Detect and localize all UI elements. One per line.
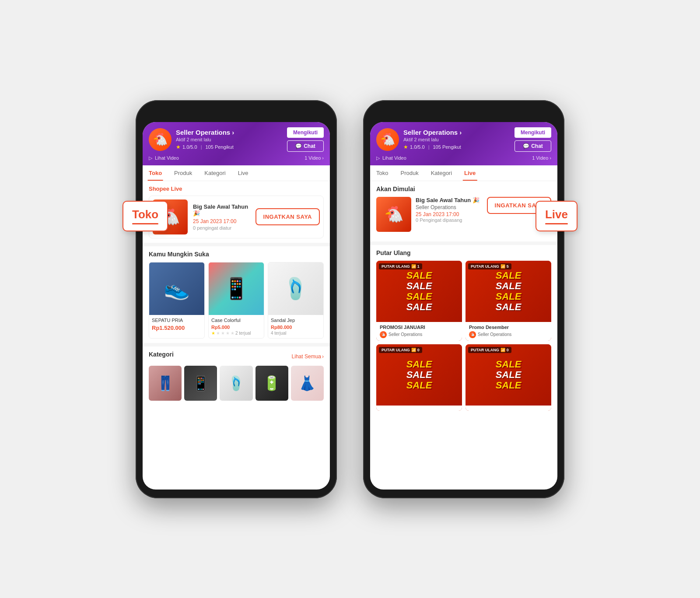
live-details-right: Big Sale Awal Tahun 🎉 Seller Operations …: [416, 197, 483, 223]
tabs-right: Toko Produk Kategori Live: [370, 165, 557, 181]
seller-rating-left: ★ 1.0/5.0 | 105 Pengikut: [176, 144, 283, 150]
tab-toko-right[interactable]: Toko: [370, 165, 394, 181]
phone-right-wrapper: 🐔 Seller Operations › Aktif 2 menit lalu…: [363, 100, 564, 498]
seller-info-row-right: 🐔 Seller Operations › Aktif 2 menit lalu…: [376, 127, 551, 152]
putar-card-3[interactable]: PUTAR ULANG 📶 0 SALE SALE SALE: [376, 344, 462, 411]
product-card-sandal[interactable]: 🩴 Sandal Jep Rp80.000 4 terjual: [268, 262, 324, 339]
star-3: ★: [221, 331, 225, 336]
seller-info-row-left: 🐔 Seller Operations › Aktif 2 menit lalu…: [149, 127, 324, 152]
star-2: ★: [216, 331, 220, 336]
tab-kategori-right[interactable]: Kategori: [425, 165, 458, 181]
shopee-live-section: Shopee Live 🐔 Big Sale Awal Tahun 🎉 25 J…: [143, 181, 330, 243]
putar-seller-avatar-2: 🐔: [469, 331, 476, 338]
seller-actions-right: Mengikuti 💬 Chat: [514, 127, 551, 152]
putar-card-footer-4: [466, 406, 551, 411]
product-sold-sandal: 4 terjual: [271, 331, 321, 336]
live-details-left: Big Sale Awal Tahun 🎉 25 Jan 2023 17:00 …: [193, 203, 250, 231]
tab-kategori-left[interactable]: Kategori: [198, 165, 231, 181]
tooltip-toko-underline: [132, 223, 158, 224]
tooltip-live-label: Live: [545, 208, 568, 221]
putar-badge-4: PUTAR ULANG 📶 0: [468, 347, 511, 353]
putar-card-footer-1: PROMOSI JANUARI 🐔 Seller Operations: [376, 322, 462, 341]
play-icon-right: ▷: [376, 155, 380, 161]
product-rating-case: ★ ★ ★ ★ ★ 2 terjual: [211, 331, 261, 336]
putar-card-image-4: SALE SALE SALE: [466, 344, 551, 406]
live-title-right: Big Sale Awal Tahun 🎉: [416, 197, 483, 203]
live-event-title-left: Big Sale Awal Tahun 🎉: [193, 203, 250, 217]
putar-seller-2: 🐔 Seller Operations: [469, 331, 548, 338]
star-5: ★: [231, 331, 234, 336]
btn-ingatkan-left[interactable]: INGATKAN SAYA: [256, 208, 320, 225]
video-row-left: ▷ Lihat Video 1 Video ›: [149, 155, 324, 161]
seller-name-right: Seller Operations ›: [403, 129, 510, 136]
tooltip-live: Live: [536, 201, 578, 231]
you-may-like-title: Kamu Mungkin Suka: [149, 251, 324, 258]
btn-chat-right[interactable]: 💬 Chat: [514, 140, 551, 152]
kategori-section: Kategori Lihat Semua › 👖 📱 🩴: [143, 346, 330, 405]
tab-live-right[interactable]: Live: [458, 165, 482, 181]
product-card-shoe[interactable]: 👟 SEPATU PRIA Rp1.520.000: [149, 262, 205, 339]
putar-badge-1: PUTAR ULANG 📶 1: [379, 263, 422, 269]
seller-avatar-left: 🐔: [149, 128, 172, 151]
product-name-sandal: Sandal Jep: [271, 318, 321, 323]
btn-follow-left[interactable]: Mengikuti: [287, 127, 324, 138]
cat-item-phone[interactable]: 📱: [184, 366, 217, 401]
btn-chat-left[interactable]: 💬 Chat: [287, 140, 324, 152]
tooltip-live-underline: [545, 223, 568, 224]
phone-notch-right: [438, 109, 490, 119]
cat-phone-img: 📱: [184, 366, 217, 401]
cat-item-battery[interactable]: 🔋: [256, 366, 288, 401]
video-row-right: ▷ Lihat Video 1 Video ›: [376, 155, 551, 161]
product-price-shoe: Rp1.520.000: [152, 325, 202, 331]
product-info-sandal: Sandal Jep Rp80.000 4 terjual: [268, 315, 323, 338]
putar-card-image-3: SALE SALE SALE: [376, 344, 462, 406]
product-image-case: 📱: [209, 262, 264, 315]
putar-seller-avatar-1: 🐔: [380, 331, 387, 338]
wifi-icon-3: 📶: [411, 348, 416, 352]
wifi-icon-2: 📶: [500, 264, 505, 269]
sold-case: 2 terjual: [235, 331, 251, 336]
product-info-case: Case Colorful Rp5.000 ★ ★ ★ ★ ★ 2 terjua…: [209, 315, 264, 338]
lihat-semua-btn[interactable]: Lihat Semua ›: [292, 353, 324, 360]
cat-item-sandal[interactable]: 🩴: [220, 366, 252, 401]
btn-follow-right[interactable]: Mengikuti: [514, 127, 551, 138]
product-name-shoe: SEPATU PRIA: [152, 318, 202, 323]
you-may-like-section: Kamu Mungkin Suka 👟 SEPATU PRIA Rp1.520.…: [143, 246, 330, 343]
live-event-date-left: 25 Jan 2023 17:00: [193, 218, 250, 224]
akan-dimulai-section: Akan Dimulai 🐔 Big Sale Awal Tahun 🎉 Sel…: [370, 181, 557, 241]
putar-grid: PUTAR ULANG 📶 1 SALE SALE SALE SALE: [376, 261, 551, 411]
sold-sandal: 4 terjual: [271, 331, 287, 336]
live-event-card-left: 🐔 Big Sale Awal Tahun 🎉 25 Jan 2023 17:0…: [149, 196, 324, 238]
chat-icon-right: 💬: [523, 143, 529, 149]
seller-rating-right: ★ 1.0/5.0 | 105 Pengikut: [403, 144, 510, 150]
product-image-shoe: 👟: [149, 262, 204, 315]
kategori-header: Kategori Lihat Semua ›: [149, 351, 324, 362]
tooltip-toko: Toko: [122, 201, 168, 231]
seller-avatar-right: 🐔: [376, 128, 399, 151]
product-price-sandal: Rp80.000: [271, 325, 321, 330]
tooltip-toko-label: Toko: [132, 208, 158, 221]
putar-ulang-title: Putar Ulang: [376, 249, 551, 256]
tab-live-left[interactable]: Live: [232, 165, 255, 181]
cat-item-pants[interactable]: 👖: [149, 366, 182, 401]
cat-pants-img: 👖: [149, 366, 182, 401]
putar-card-4[interactable]: PUTAR ULANG 📶 0 SALE SALE SALE: [466, 344, 551, 411]
product-card-case[interactable]: 📱 Case Colorful Rp5.000 ★ ★ ★ ★ ★: [208, 262, 264, 339]
putar-card-1[interactable]: PUTAR ULANG 📶 1 SALE SALE SALE SALE: [376, 261, 462, 341]
wifi-icon-1: 📶: [411, 264, 416, 269]
tab-produk-left[interactable]: Produk: [168, 165, 198, 181]
tab-toko-left[interactable]: Toko: [143, 165, 168, 181]
star-icon-right: ★: [403, 144, 408, 150]
product-image-sandal: 🩴: [268, 262, 323, 315]
star-icon-left: ★: [176, 144, 181, 150]
phone-notch-left: [210, 109, 262, 119]
cat-item-woman[interactable]: 👗: [291, 366, 324, 401]
video-count-right: 1 Video ›: [532, 155, 551, 161]
shopee-live-title: Shopee Live: [149, 185, 324, 192]
putar-card-2[interactable]: PUTAR ULANG 📶 5 SALE SALE SALE SALE: [466, 261, 551, 341]
page-container: 🐔 Seller Operations › Aktif 2 menit lalu…: [136, 100, 564, 498]
putar-event-name-2: Promo Desember: [469, 325, 548, 330]
tab-produk-right[interactable]: Produk: [394, 165, 424, 181]
live-reminder-right: 0 Pengingat dipasang: [416, 217, 483, 223]
putar-badge-3: PUTAR ULANG 📶 0: [379, 347, 422, 353]
